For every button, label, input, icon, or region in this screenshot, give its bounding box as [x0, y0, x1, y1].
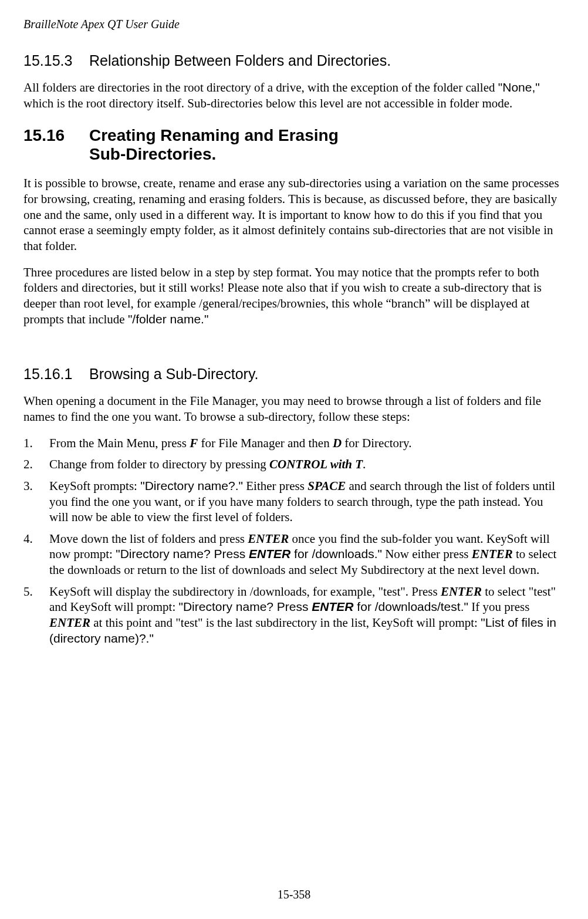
heading-title-line: Creating Renaming and Erasing	[89, 126, 339, 144]
heading-number: 15.15.3	[23, 52, 89, 69]
paragraph: All folders are directories in the root …	[23, 80, 565, 111]
list-item: 3. KeySoft prompts: "Directory name?." E…	[23, 478, 565, 525]
heading-15-15-3: 15.15.3 Relationship Between Folders and…	[23, 52, 565, 69]
key-command: ENTER	[441, 584, 482, 599]
text-run: for /downloads/test."	[354, 600, 468, 613]
heading-title-line: Sub-Directories.	[89, 145, 216, 163]
text-run: which is the root directory itself. Sub-…	[23, 96, 512, 110]
key-command: ENTER	[49, 616, 90, 630]
key-command: ENTER	[472, 547, 513, 561]
text-run: "Directory name? Press	[178, 600, 312, 613]
heading-15-16: 15.16 Creating Renaming and Erasing Sub-…	[23, 126, 565, 164]
heading-number: 15.16.1	[23, 366, 89, 383]
text-run: for Directory.	[342, 436, 411, 450]
heading-title: Browsing a Sub-Directory.	[89, 366, 259, 383]
heading-title: Relationship Between Folders and Directo…	[89, 52, 391, 69]
text-run: If you press	[468, 600, 529, 614]
list-item: 4. Move down the list of folders and pre…	[23, 531, 565, 578]
prompt-text: "/folder name."	[128, 312, 208, 326]
text-run: Change from folder to directory by press…	[49, 457, 269, 471]
page-header-title: BrailleNote Apex QT User Guide	[23, 18, 565, 31]
text-run: KeySoft will display the subdirectory in…	[49, 584, 441, 599]
steps-list: 1. From the Main Menu, press F for File …	[23, 435, 565, 647]
text-run: Three procedures are listed below in a s…	[23, 265, 542, 326]
text-run: From the Main Menu, press	[49, 436, 190, 450]
step-number: 1.	[23, 435, 33, 451]
key-command: F	[190, 436, 198, 450]
step-number: 3.	[23, 478, 33, 494]
text-run: for File Manager and then	[198, 436, 333, 450]
text-run: at this point and "test" is the last sub…	[90, 616, 481, 630]
document-page: BrailleNote Apex QT User Guide 15.15.3 R…	[0, 0, 588, 919]
text-run: Either press	[243, 479, 307, 493]
list-item: 2. Change from folder to directory by pr…	[23, 457, 565, 472]
prompt-text: "Directory name?."	[140, 479, 243, 492]
key-command: ENTER	[248, 532, 289, 546]
step-number: 2.	[23, 457, 33, 472]
prompt-text: "Directory name? Press ENTER for /downlo…	[178, 600, 468, 613]
text-run: Move down the list of folders and press	[49, 532, 248, 546]
text-run: for /downloads."	[290, 547, 382, 560]
heading-number: 15.16	[23, 126, 89, 145]
heading-15-16-1: 15.16.1 Browsing a Sub-Directory.	[23, 366, 565, 383]
key-command: ENTER	[249, 547, 290, 560]
list-item: 1. From the Main Menu, press F for File …	[23, 435, 565, 451]
heading-title: Creating Renaming and Erasing Sub-Direct…	[89, 126, 339, 164]
prompt-text: "Directory name? Press ENTER for /downlo…	[116, 547, 382, 560]
paragraph: When opening a document in the File Mana…	[23, 393, 565, 424]
spacer	[23, 337, 565, 366]
key-command: D	[333, 436, 342, 450]
list-item: 5. KeySoft will display the subdirectory…	[23, 584, 565, 647]
text-run: "Directory name? Press	[116, 547, 249, 560]
text-run: .	[363, 457, 366, 471]
text-run: Now either press	[382, 547, 472, 561]
text-run: All folders are directories in the root …	[23, 80, 498, 94]
prompt-text: "None,"	[498, 80, 540, 94]
text-run: KeySoft prompts:	[49, 479, 140, 493]
step-number: 4.	[23, 531, 33, 547]
key-command: SPACE	[307, 479, 346, 493]
step-number: 5.	[23, 584, 33, 600]
key-command: CONTROL with T	[269, 457, 363, 471]
page-number: 15-358	[0, 888, 588, 901]
paragraph: Three procedures are listed below in a s…	[23, 265, 565, 327]
paragraph: It is possible to browse, create, rename…	[23, 175, 565, 254]
key-command: ENTER	[312, 600, 353, 613]
